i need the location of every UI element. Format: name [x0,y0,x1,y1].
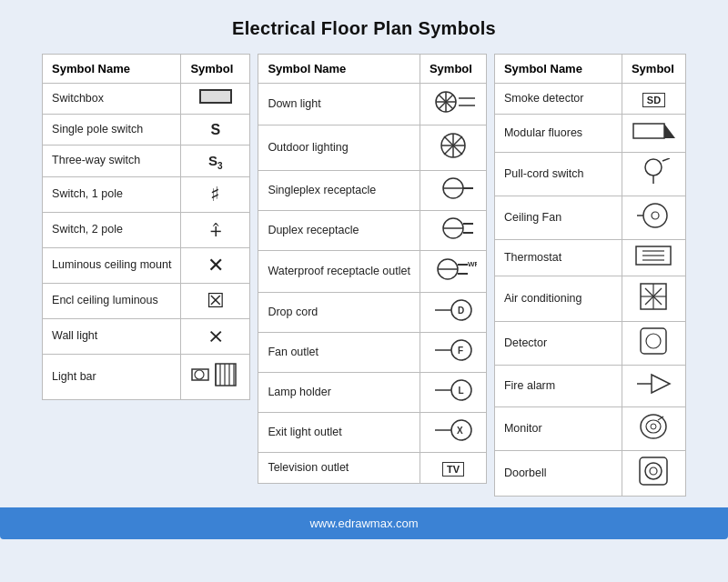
table-row: Ceiling Fan [494,196,685,240]
table-row: Luminous ceiling mount ✕ [43,248,250,284]
fire-icon [635,371,672,396]
footer-bar: www.edrawmax.com [0,507,728,539]
table-row: Encl ceiling luminous ☒ [43,284,250,319]
symbol-switch1: ♯ [181,177,250,213]
table-row: Smoke detector SD [494,84,685,115]
table1-header-symbol: Symbol [181,55,250,84]
name-wall-light: Wall light [43,319,181,355]
svg-point-1 [195,370,204,379]
symbol-singleplex [420,171,486,211]
ac-icon [639,282,668,311]
name-drop-cord: Drop cord [258,293,420,333]
table-row: Switch, 2 pole ⨣ [43,213,250,248]
name-light-bar: Light bar [43,355,181,400]
name-switch2: Switch, 2 pole [43,213,181,248]
svg-point-49 [643,204,667,227]
table-row: Down light [258,84,487,125]
name-smoke-det: Smoke detector [494,84,622,115]
table3-header-name: Symbol Name [494,55,622,84]
lightbar-icon [190,360,240,389]
name-monitor: Monitor [494,407,622,451]
svg-text:X: X [457,426,463,436]
table-1: Symbol Name Symbol Switchbox Single pole… [42,54,250,400]
svg-rect-61 [641,328,666,354]
table-row: Switch, 1 pole ♯ [43,177,250,213]
table-3: Symbol Name Symbol Smoke detector SD Mod… [494,54,686,497]
symbol-switch2: ⨣ [181,213,250,248]
monitor-icon [638,413,669,440]
symbol-light-bar [181,355,250,400]
name-switch1: Switch, 1 pole [43,177,181,213]
symbol-lamp-holder: L [420,373,486,413]
table-2: Symbol Name Symbol Down light [258,54,487,484]
symbol-modular [622,115,685,153]
table-row: Singleplex receptacle [258,171,487,211]
name-lamp-holder: Lamp holder [258,373,420,413]
name-modular: Modular fluores [494,115,622,153]
name-doorbell: Doorbell [494,451,622,497]
table-row: Modular fluores [494,115,685,153]
duplex-icon [433,216,473,240]
symbol-doorbell [622,451,685,497]
symbol-wall-light: ⨯ [181,319,250,355]
table2-header-symbol: Symbol [420,55,486,84]
svg-point-51 [652,212,659,219]
outdoor-icon [439,131,468,160]
dropcord-icon: D [433,298,473,322]
table-row: Thermostat [494,240,685,276]
table-row: Switchbox [43,84,250,115]
table-row: Light bar [43,355,250,400]
name-switchbox: Switchbox [43,84,181,115]
ceilingfan-icon [635,202,672,229]
svg-text:D: D [458,306,464,316]
table-row: Outdoor lighting [258,125,487,171]
svg-point-69 [645,463,662,479]
name-duplex: Duplex receptacle [258,211,420,251]
pullcord-icon [637,158,670,186]
name-fan-outlet: Fan outlet [258,333,420,373]
svg-point-65 [646,420,661,433]
svg-point-64 [641,415,666,438]
symbol-single-pole: S [181,115,250,146]
symbol-monitor [622,407,685,451]
downlight-icon [430,89,477,115]
table-row: Waterproof receptacle outlet WP [258,251,487,293]
fanoutlet-icon: F [433,338,473,362]
table-row: Fire alarm [494,366,685,407]
table-row: Three-way switch S3 [43,146,250,177]
name-down-light: Down light [258,84,420,125]
singleplex-icon [433,176,473,200]
name-pull-cord: Pull-cord switch [494,153,622,196]
svg-rect-7 [216,364,236,386]
name-thermostat: Thermostat [494,240,622,276]
table-row: Television outlet TV [258,453,487,484]
name-singleplex: Singleplex receptacle [258,171,420,211]
page-title: Electrical Floor Plan Symbols [232,18,496,39]
svg-point-46 [645,159,662,176]
footer-text: www.edrawmax.com [309,517,418,530]
symbol-outdoor [420,125,486,171]
sd-box-icon: SD [642,93,665,107]
table1-header-name: Symbol Name [43,55,181,84]
name-lum-ceil: Luminous ceiling mount [43,248,181,284]
symbol-waterproof: WP [420,251,486,293]
tv-box-icon: TV [442,462,464,477]
name-ceil-fan: Ceiling Fan [494,196,622,240]
waterproof-icon: WP [430,256,477,282]
symbol-smoke-det: SD [622,84,685,115]
doorbell-icon [639,457,668,486]
svg-text:L: L [458,386,463,396]
symbol-switchbox [181,84,250,115]
symbol-air-cond [622,276,685,322]
name-tv-outlet: Television outlet [258,453,420,484]
svg-point-70 [650,467,657,475]
symbol-lum-ceil: ✕ [181,248,250,284]
svg-text:WP: WP [468,260,477,268]
table-row: Exit light outlet X [258,413,487,453]
svg-rect-44 [633,124,664,138]
table-row: Doorbell [494,451,685,497]
symbol-exit-light: X [420,413,486,453]
symbol-ceil-fan [622,196,685,240]
table3-header-symbol: Symbol [622,55,685,84]
table-row: Fan outlet F [258,333,487,373]
